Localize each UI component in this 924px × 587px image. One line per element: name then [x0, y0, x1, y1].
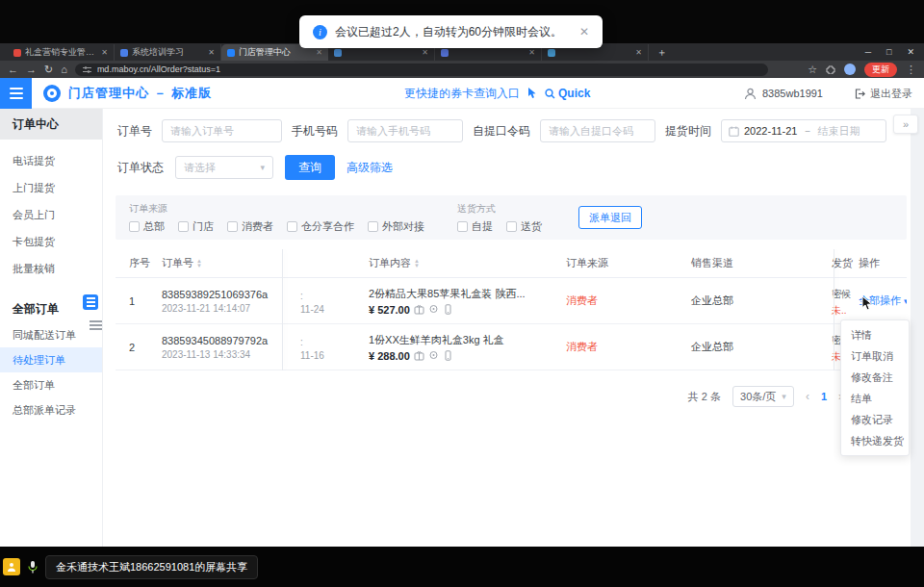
sort-icon[interactable]: ▲▼: [414, 259, 420, 268]
order-no-input[interactable]: [162, 119, 282, 142]
window-close-button[interactable]: ✕: [907, 47, 914, 57]
hamburger-icon[interactable]: [90, 320, 102, 330]
profile-avatar[interactable]: [844, 64, 856, 75]
menu-item-cancel-order[interactable]: 订单取消: [841, 345, 909, 367]
sidebar-section-order-center[interactable]: 订单中心: [0, 109, 102, 140]
window-maximize-button[interactable]: □: [886, 47, 891, 57]
order-content-title: 1份XX生鲜羊肉礼盒3kg 礼盒: [369, 333, 541, 347]
refresh-icon[interactable]: ↻: [44, 64, 53, 75]
order-time: 2023-11-21 14:14:07: [162, 303, 283, 314]
pagination: 共 2 条 30条/页 ▾ ‹ 1 ›: [116, 386, 842, 407]
sidebar-item-phone-pickup[interactable]: 电话提货: [0, 147, 102, 174]
window-minimize-button[interactable]: ─: [865, 47, 871, 57]
bookmark-star-icon[interactable]: ☆: [808, 64, 817, 75]
checkbox-icon[interactable]: [178, 221, 189, 232]
ship-status-line2: 未..: [832, 304, 859, 318]
col-header-order-content[interactable]: 订单内容 ▲▼: [345, 256, 541, 270]
date-range-picker[interactable]: 2022-11-21 － 结束日期: [721, 119, 886, 142]
col-header-label: 订单内容: [369, 256, 411, 270]
collapse-filters-button[interactable]: »: [893, 115, 918, 134]
checkbox-source-consumer[interactable]: 消费者: [227, 219, 273, 234]
tab-close-icon[interactable]: ✕: [528, 48, 535, 57]
menu-item-details[interactable]: 详情: [841, 324, 909, 345]
end-date-placeholder[interactable]: 结束日期: [817, 124, 860, 139]
sidebar-collapse-widget[interactable]: [83, 294, 98, 310]
checkbox-delivery-deliver[interactable]: 送货: [506, 219, 542, 234]
start-date-value[interactable]: 2022-11-21: [744, 125, 797, 137]
order-status-select[interactable]: 请选择 ▾: [175, 156, 273, 179]
extensions-icon[interactable]: [826, 64, 835, 74]
checkbox-icon[interactable]: [457, 221, 468, 232]
phone-label: 手机号码: [292, 123, 338, 140]
col-header-order-no[interactable]: 订单号 ▲▼: [154, 256, 283, 270]
checkbox-label: 门店: [192, 219, 214, 234]
url-box[interactable]: md.maboy.cn/AllOrder?status=1: [75, 64, 768, 76]
right-gutter: [911, 109, 924, 547]
tab-close-icon[interactable]: ✕: [422, 48, 428, 57]
checkbox-icon[interactable]: [368, 221, 378, 232]
sidebar-item-city-delivery-orders[interactable]: 同城配送订单: [0, 322, 102, 347]
close-icon[interactable]: ✕: [579, 25, 589, 38]
tab-close-icon[interactable]: ✕: [101, 48, 108, 57]
menu-item-close-order[interactable]: 结单: [841, 388, 909, 409]
menu-item-edit-note[interactable]: 修改备注: [841, 367, 909, 388]
browser-tab[interactable]: 系统培训学习 ✕: [115, 44, 221, 61]
filter-panel: 订单来源 总部 门店 消费者 仓分享合作 外部对接 送货方式 自提: [116, 195, 907, 240]
menu-item-edit-history[interactable]: 修改记录: [841, 409, 909, 430]
url-text: md.maboy.cn/AllOrder?status=1: [97, 64, 220, 74]
checkbox-icon[interactable]: [287, 221, 297, 232]
calendar-icon: [729, 126, 739, 137]
pickup-code-input[interactable]: [540, 119, 655, 142]
checkbox-source-hq[interactable]: 总部: [129, 219, 165, 234]
meeting-app-icon[interactable]: [3, 558, 20, 575]
logout-button[interactable]: 退出登录: [855, 78, 912, 109]
tab-close-icon[interactable]: ✕: [635, 48, 642, 57]
user-menu[interactable]: 8385wb1991: [744, 78, 823, 109]
quick-search[interactable]: Quick: [545, 87, 590, 100]
coupon-query-link[interactable]: 更快捷的券卡查询入口: [404, 86, 520, 102]
site-info-icon[interactable]: [83, 65, 91, 74]
checkbox-source-store[interactable]: 门店: [178, 219, 214, 234]
forward-icon[interactable]: →: [26, 64, 37, 75]
browser-tab[interactable]: 礼盒营销专业管理中心 ✕: [8, 44, 115, 61]
sidebar-item-hq-dispatch-records[interactable]: 总部派单记录: [0, 397, 102, 422]
menu-toggle-button[interactable]: [0, 78, 32, 109]
pickup-time-label: 提货时间: [665, 123, 711, 140]
back-icon[interactable]: ←: [8, 64, 18, 75]
checkbox-source-warehouse-share[interactable]: 仓分享合作: [287, 219, 354, 234]
main-content: » 订单号 手机号码 自提口令码 提货时间: [103, 109, 924, 547]
advanced-filter-link[interactable]: 高级筛选: [346, 160, 393, 176]
quick-search-label: Quick: [558, 87, 590, 100]
sidebar-item-batch-verify[interactable]: 批量核销: [0, 255, 102, 282]
checkbox-icon[interactable]: [227, 221, 238, 232]
phone-input[interactable]: [347, 119, 463, 142]
tab-favicon: [227, 49, 235, 57]
checkbox-delivery-selfpickup[interactable]: 自提: [457, 219, 493, 234]
current-page[interactable]: 1: [821, 391, 827, 402]
search-button[interactable]: 查询: [285, 155, 335, 180]
sidebar-item-pending-orders[interactable]: 待处理订单: [0, 347, 102, 372]
clipped-cell-line2: 11-24: [300, 304, 345, 315]
tab-favicon: [441, 49, 449, 57]
menu-item-express-ship[interactable]: 转快递发货: [841, 430, 909, 451]
microphone-icon[interactable]: [27, 560, 38, 574]
tab-close-icon[interactable]: ✕: [208, 48, 215, 57]
dispatch-return-button[interactable]: 派单退回: [578, 206, 642, 229]
order-no: 83859345088979792a: [162, 335, 283, 346]
checkbox-icon[interactable]: [506, 221, 517, 232]
checkbox-source-external[interactable]: 外部对接: [368, 219, 424, 234]
sidebar-item-card-pickup[interactable]: 卡包提货: [0, 228, 102, 255]
home-icon[interactable]: ⌂: [61, 64, 67, 75]
checkbox-icon[interactable]: [129, 221, 140, 232]
chrome-update-button[interactable]: 更新: [864, 63, 897, 77]
sidebar-item-member-visit[interactable]: 会员上门: [0, 201, 102, 228]
col-header-shipping: 发货: [806, 256, 859, 270]
new-tab-button[interactable]: ＋: [656, 45, 667, 60]
tab-close-icon[interactable]: ✕: [316, 48, 322, 57]
page-size-select[interactable]: 30条/页 ▾: [732, 386, 794, 407]
sidebar-item-door-pickup[interactable]: 上门提货: [0, 174, 102, 201]
sort-icon[interactable]: ▲▼: [196, 259, 202, 268]
kebab-menu-icon[interactable]: ⋮: [906, 64, 916, 75]
prev-page-button[interactable]: ‹: [806, 390, 809, 403]
sidebar-item-all-orders[interactable]: 全部订单: [0, 372, 102, 397]
